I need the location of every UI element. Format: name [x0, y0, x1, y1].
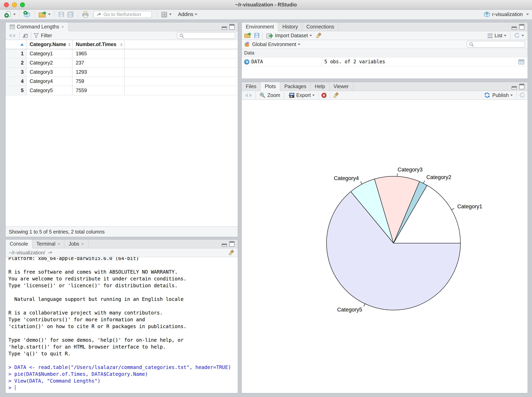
new-project-button[interactable]: R [22, 10, 32, 19]
tab-environment[interactable]: Environment [242, 22, 278, 31]
maximize-pane-icon[interactable] [229, 24, 234, 30]
new-file-icon [4, 11, 12, 18]
column-header-name[interactable]: Category.Name [26, 40, 73, 49]
goto-file-input[interactable] [103, 12, 147, 17]
zoom-plot-button[interactable]: Zoom [258, 91, 281, 99]
rownum-header-cell[interactable] [6, 40, 26, 49]
tab-help[interactable]: Help [311, 82, 329, 91]
maximize-pane-icon[interactable] [519, 24, 524, 30]
minimize-pane-icon[interactable] [222, 244, 227, 247]
clear-plots-broom-icon[interactable] [333, 92, 339, 98]
environment-object-row[interactable]: DATA 5 obs. of 2 variables [242, 57, 528, 67]
tab-console[interactable]: Console [6, 240, 32, 248]
forward-icon[interactable] [13, 33, 16, 37]
pie-label-Category3: Category3 [398, 167, 423, 173]
clear-environment-broom-icon[interactable] [316, 32, 322, 39]
cell-number-of-times: 1293 [73, 68, 125, 76]
maximize-pane-icon[interactable] [519, 84, 524, 89]
console-output-line: 'help.start()' for an HTML browser inter… [8, 344, 238, 351]
save-button[interactable] [57, 10, 66, 19]
tab-jobs[interactable]: Jobs × [64, 240, 89, 248]
pane-layout-icon [161, 11, 168, 18]
environment-scope-button[interactable]: Global Environment [252, 42, 296, 47]
environment-view-mode-button[interactable]: List [486, 31, 507, 40]
close-window-button[interactable] [4, 2, 9, 7]
view-data-grid-icon[interactable] [518, 59, 524, 64]
tab-label: Viewer [334, 84, 349, 89]
minimize-pane-icon[interactable] [512, 26, 517, 30]
project-menu-button[interactable]: R r-visualization [483, 11, 529, 18]
filter-icon[interactable] [34, 33, 39, 38]
tab-files[interactable]: Files [242, 82, 261, 91]
table-row[interactable]: 1 Category1 1965 [6, 49, 238, 58]
pane-layout-button[interactable] [159, 10, 173, 19]
console-output[interactable]: Platform: x86_64-apple-darwin15.6.0 (64-… [6, 257, 238, 393]
new-file-button[interactable] [3, 10, 17, 19]
table-row[interactable]: 5 Category5 7559 [6, 86, 238, 95]
tab-packages[interactable]: Packages [280, 82, 311, 91]
close-tab-icon[interactable]: × [57, 241, 60, 246]
tab-connections[interactable]: Connections [302, 22, 339, 31]
filter-label[interactable]: Filter [41, 33, 52, 38]
table-row[interactable]: 4 Category4 759 [6, 77, 238, 86]
clear-console-broom-icon[interactable] [228, 249, 234, 256]
back-icon[interactable] [9, 33, 12, 37]
save-all-button[interactable] [66, 10, 75, 19]
save-workspace-icon[interactable] [254, 32, 260, 38]
maximize-pane-icon[interactable] [229, 241, 234, 247]
table-row[interactable]: 2 Category2 237 [6, 58, 238, 68]
print-button[interactable] [81, 10, 90, 19]
tab-command-lengths[interactable]: Command Lengths × [6, 22, 68, 31]
project-name-label: r-visualization [492, 12, 523, 17]
table-row[interactable]: 3 Category3 1293 [6, 68, 238, 77]
print-icon [82, 11, 89, 18]
import-dataset-button[interactable]: Import Dataset [265, 31, 313, 40]
publish-button[interactable]: Publish [483, 91, 514, 99]
cell-category-name: Category2 [26, 58, 73, 67]
goto-file-box[interactable] [93, 11, 152, 18]
open-in-window-icon[interactable] [22, 33, 28, 38]
close-tab-icon[interactable]: × [61, 24, 64, 29]
environment-search-input[interactable] [475, 42, 522, 47]
tab-label: Environment [246, 24, 274, 30]
console-output-line: Type 'demo()' for some demos, 'help()' f… [8, 337, 238, 344]
pie-label-tick [423, 181, 425, 183]
column-header-times[interactable]: Number.of.Times [73, 40, 125, 49]
previous-plot-icon[interactable] [245, 93, 248, 97]
refresh-environment-button[interactable] [513, 31, 525, 40]
refresh-plot-icon[interactable] [519, 92, 525, 98]
console-output-line: R is a collaborative project with many c… [8, 310, 238, 316]
environment-scope-caret-icon [298, 43, 300, 45]
tab-viewer[interactable]: Viewer [329, 82, 353, 91]
expand-object-icon[interactable] [244, 59, 249, 64]
tab-history[interactable]: History [278, 22, 302, 31]
tab-plots[interactable]: Plots [261, 82, 280, 91]
minimize-pane-icon[interactable] [512, 86, 517, 89]
table-search-box[interactable] [177, 32, 235, 39]
remove-plot-icon[interactable] [321, 92, 328, 98]
plots-tabbar: Files Plots Packages Help Viewer [242, 82, 528, 91]
table-search-input[interactable] [186, 33, 232, 38]
export-plot-button[interactable]: Export [287, 91, 316, 99]
console-input-line: > View(DATA, "Command Lengths") [8, 378, 238, 385]
table-icon [10, 24, 15, 29]
minimize-pane-icon[interactable] [222, 26, 227, 30]
tab-terminal[interactable]: Terminal × [32, 240, 65, 248]
project-caret-icon [526, 14, 529, 15]
pie-label-Category1: Category1 [457, 204, 482, 210]
plots-toolbar: Zoom Export [242, 91, 528, 100]
load-workspace-icon[interactable] [244, 32, 251, 38]
cell-number-of-times: 759 [73, 77, 125, 86]
console-cursor[interactable] [15, 385, 16, 390]
zoom-window-button[interactable] [20, 2, 25, 7]
sort-ascending-icon [20, 43, 24, 46]
table-header-row: Category.Name Number.of.Times [6, 40, 238, 49]
close-tab-icon[interactable]: × [81, 241, 84, 246]
goto-directory-icon[interactable] [47, 250, 53, 255]
next-plot-icon[interactable] [249, 93, 252, 97]
environment-search-box[interactable] [467, 41, 525, 48]
console-output-line: R is free software and comes with ABSOLU… [8, 269, 238, 276]
open-file-button[interactable] [37, 10, 52, 19]
minimize-window-button[interactable] [12, 2, 17, 7]
addins-button[interactable]: Addins [177, 10, 198, 19]
